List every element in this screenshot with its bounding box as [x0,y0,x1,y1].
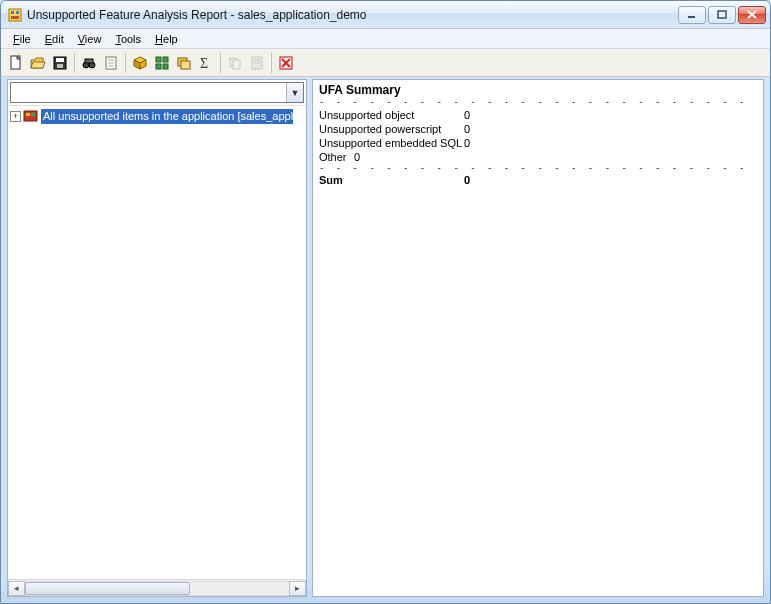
filter-combo[interactable]: ▼ [10,82,304,103]
svg-marker-10 [31,62,45,68]
summary-total-value: 0 [464,174,470,186]
filter-combo-text [11,83,286,102]
svg-rect-26 [156,64,161,69]
content-area: ▼ + All unsupported items in the applica… [7,79,764,597]
svg-rect-39 [24,111,37,121]
menu-file[interactable]: File [7,32,37,46]
find-button[interactable] [78,52,100,74]
summary-row-value: 0 [464,108,470,122]
scroll-left-button[interactable]: ◂ [8,581,25,596]
summary-other-value: 0 [354,150,360,164]
svg-rect-13 [57,64,63,68]
toolbar-separator [125,53,126,73]
scroll-track[interactable] [25,581,289,596]
scroll-right-button[interactable]: ▸ [289,581,306,596]
horizontal-scrollbar: ◂ ▸ [8,579,306,596]
tree-root-label[interactable]: All unsupported items in the application… [41,109,293,124]
svg-rect-16 [85,59,93,63]
copy-icon [227,55,243,71]
open-folder-icon [30,55,46,71]
svg-rect-29 [181,61,190,69]
right-pane: UFA Summary - - - - - - - - - - - - - - … [312,79,764,597]
menu-view[interactable]: View [72,32,108,46]
svg-rect-1 [11,11,14,14]
sum-button[interactable]: Σ [195,52,217,74]
open-button[interactable] [27,52,49,74]
svg-rect-40 [26,113,30,116]
cube-icon [132,55,148,71]
svg-text:Σ: Σ [200,56,208,71]
tree-expander[interactable]: + [10,111,21,122]
toolbar-separator [271,53,272,73]
summary-row-value: 0 [464,122,470,136]
divider-line: - - - - - - - - - - - - - - - - - - - - … [319,98,757,108]
summary-row: Unsupported object 0 [319,108,757,122]
delete-button[interactable] [275,52,297,74]
svg-rect-12 [56,58,64,62]
copy-button [224,52,246,74]
app-window: Unsupported Feature Analysis Report - sa… [0,0,771,604]
maximize-button[interactable] [708,6,736,24]
tree-row: + All unsupported items in the applicati… [10,108,304,124]
save-icon [52,55,68,71]
menu-help[interactable]: Help [149,32,184,46]
filter-combo-row: ▼ [8,80,306,106]
summary-total-label: Sum [319,174,464,186]
minimize-button[interactable] [678,6,706,24]
analyze3-button[interactable] [173,52,195,74]
summary-row-value: 0 [464,136,470,150]
titlebar: Unsupported Feature Analysis Report - sa… [1,1,770,29]
new-button[interactable] [5,52,27,74]
close-button[interactable] [738,6,766,24]
toolbar-separator [74,53,75,73]
minimize-icon [687,11,697,19]
stack-icon [176,55,192,71]
svg-rect-2 [16,11,19,14]
svg-rect-5 [718,11,726,18]
close-icon [747,10,757,19]
summary-row-label: Unsupported object [319,108,464,122]
summary-row: Unsupported powerscript 0 [319,122,757,136]
svg-rect-32 [233,60,240,69]
svg-rect-25 [163,57,168,62]
paste-button [246,52,268,74]
analyze2-button[interactable] [151,52,173,74]
window-title: Unsupported Feature Analysis Report - sa… [27,8,678,22]
new-file-icon [8,55,24,71]
menu-edit[interactable]: Edit [39,32,70,46]
chevron-down-icon[interactable]: ▼ [286,83,303,102]
summary-row-other: Other 0 [319,150,757,164]
grid-icon [154,55,170,71]
menubar: File Edit View Tools Help [1,29,770,49]
left-pane: ▼ + All unsupported items in the applica… [7,79,307,597]
summary-row-label: Unsupported embedded SQL [319,136,464,150]
toolbar: Σ [1,49,770,77]
delete-x-icon [278,55,294,71]
analyze1-button[interactable] [129,52,151,74]
scroll-thumb[interactable] [25,582,190,595]
toolbar-separator [220,53,221,73]
svg-rect-3 [11,16,19,19]
tree-view[interactable]: + All unsupported items in the applicati… [8,106,306,579]
report-button[interactable] [100,52,122,74]
app-node-icon [23,109,39,123]
summary-title: UFA Summary [319,83,757,97]
maximize-icon [717,10,727,19]
app-icon [7,7,23,23]
svg-rect-0 [9,9,21,21]
divider-line: - - - - - - - - - - - - - - - - - - - - … [319,164,757,174]
svg-rect-27 [163,64,168,69]
summary-other-label: Other [319,150,354,164]
window-buttons [678,6,766,24]
document-icon [103,55,119,71]
paste-icon [249,55,265,71]
summary-row-label: Unsupported powerscript [319,122,464,136]
summary-total-row: Sum 0 [319,174,757,186]
summary-row: Unsupported embedded SQL 0 [319,136,757,150]
save-button[interactable] [49,52,71,74]
binoculars-icon [81,55,97,71]
svg-rect-24 [156,57,161,62]
svg-rect-41 [31,113,35,116]
menu-tools[interactable]: Tools [109,32,147,46]
sigma-icon: Σ [198,55,214,71]
